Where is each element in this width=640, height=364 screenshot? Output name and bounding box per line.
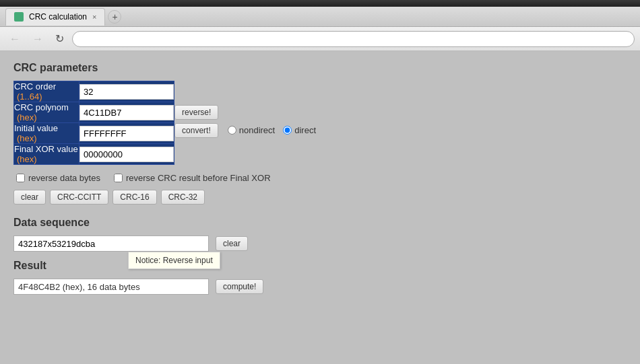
window-top-bar: [0, 0, 640, 7]
param-input-cell-initial: [79, 123, 174, 144]
tab-close-button[interactable]: ×: [92, 13, 96, 21]
result-input: [13, 279, 209, 295]
clear-params-button[interactable]: clear: [13, 190, 46, 205]
data-sequence-title: Data sequence: [13, 217, 627, 229]
param-label-order: CRC order (1..64): [14, 81, 79, 102]
direct-label[interactable]: direct: [283, 125, 316, 135]
forward-button[interactable]: →: [28, 32, 47, 46]
param-label-xor: Final XOR value (hex): [14, 144, 79, 165]
result-row: compute!: [13, 279, 627, 295]
reverse-crc-result-checkbox[interactable]: [114, 174, 123, 182]
param-row-xor: Final XOR value (hex): [14, 144, 317, 165]
reverse-data-bytes-checkbox[interactable]: [16, 174, 25, 182]
clear-data-button[interactable]: clear: [216, 236, 248, 251]
result-section: Result compute!: [13, 260, 627, 295]
refresh-button[interactable]: ↻: [51, 31, 68, 46]
checkboxes-row: reverse data bytes reverse CRC result be…: [16, 173, 627, 183]
tab-title: CRC calculation: [29, 12, 87, 22]
params-table: CRC order (1..64) CRC polynom (hex): [13, 81, 317, 165]
nondirect-radio[interactable]: [228, 126, 236, 135]
param-label-initial: Initial value (hex): [14, 123, 79, 144]
final-xor-input[interactable]: [79, 147, 174, 162]
param-input-cell-xor: [79, 144, 174, 165]
reverse-crc-result-label[interactable]: reverse CRC result before Final XOR: [114, 173, 271, 183]
param-input-cell-polynom: [79, 102, 174, 123]
reverse-button[interactable]: reverse!: [174, 105, 218, 120]
presets-row: clear CRC-CCITT CRC-16 CRC-32: [13, 190, 627, 205]
main-content: CRC parameters CRC order (1..64): [0, 51, 640, 364]
tab-favicon: [14, 12, 24, 22]
title-bar: CRC calculation × +: [0, 7, 640, 27]
initial-value-input[interactable]: [79, 126, 174, 141]
crc-16-button[interactable]: CRC-16: [113, 190, 156, 205]
reverse-input-tooltip: Notice: Reverse input: [128, 252, 220, 269]
crc-params-title: CRC parameters: [13, 62, 627, 74]
data-input-row: clear Notice: Reverse input: [13, 235, 627, 252]
crc-params-section: CRC parameters CRC order (1..64): [13, 62, 627, 205]
reverse-data-bytes-label[interactable]: reverse data bytes: [16, 173, 100, 183]
param-row-order: CRC order (1..64): [14, 81, 317, 102]
crc-32-button[interactable]: CRC-32: [161, 190, 205, 205]
browser-tab[interactable]: CRC calculation ×: [5, 8, 105, 26]
nav-bar: ← → ↻ www.zorc.breitbandkatze.de/crc.htm…: [0, 27, 640, 51]
param-extra-polynom: reverse!: [174, 102, 317, 123]
compute-button[interactable]: compute!: [216, 279, 263, 294]
crc-polynom-input[interactable]: [79, 105, 174, 120]
param-row-polynom: CRC polynom (hex) reverse!: [14, 102, 317, 123]
crc-ccitt-button[interactable]: CRC-CCITT: [50, 190, 108, 205]
param-extra-order: [174, 81, 317, 102]
address-bar[interactable]: www.zorc.breitbandkatze.de/crc.html: [72, 31, 635, 47]
param-extra-initial: convert! nondirect direct: [174, 123, 316, 138]
data-sequence-input[interactable]: [13, 235, 209, 252]
param-extra-xor: [174, 144, 317, 165]
nondirect-label[interactable]: nondirect: [228, 125, 275, 135]
direct-radio[interactable]: [283, 126, 292, 135]
data-sequence-section: Data sequence clear Notice: Reverse inpu…: [13, 217, 627, 252]
new-tab-button[interactable]: +: [108, 10, 121, 24]
back-button[interactable]: ←: [5, 32, 24, 46]
result-title: Result: [13, 260, 627, 272]
param-label-polynom: CRC polynom (hex): [14, 102, 79, 123]
convert-button[interactable]: convert!: [174, 123, 218, 138]
direct-radio-group: nondirect direct: [228, 125, 316, 135]
crc-order-input[interactable]: [79, 84, 174, 100]
param-input-cell-order: [79, 81, 174, 102]
param-row-initial: Initial value (hex) convert! nondirect: [14, 123, 317, 144]
